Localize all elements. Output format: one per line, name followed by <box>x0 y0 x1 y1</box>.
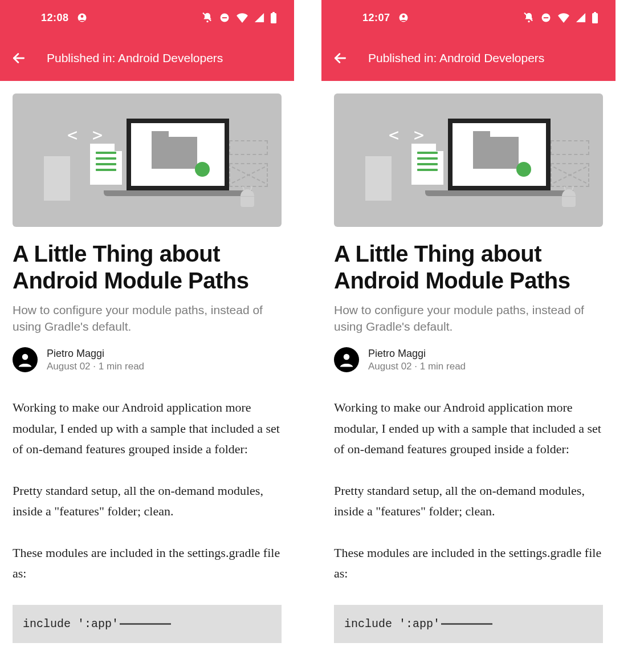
svg-rect-6 <box>271 13 276 23</box>
author-name[interactable]: Pietro Maggi <box>368 348 466 360</box>
svg-rect-14 <box>544 17 548 18</box>
dnd-icon <box>219 12 230 23</box>
article-title: A Little Thing about Android Module Path… <box>13 241 282 294</box>
svg-point-8 <box>22 354 28 360</box>
code-block: include ':app' <box>13 605 282 643</box>
code-block: include ':app' <box>334 605 603 643</box>
paragraph: Pretty standard setup, all the on-demand… <box>13 481 282 522</box>
paragraph: Working to make our Android application … <box>13 397 282 460</box>
wifi-icon <box>557 13 570 23</box>
svg-rect-5 <box>222 17 227 18</box>
back-icon[interactable] <box>11 51 26 66</box>
paragraph: These modules are included in the settin… <box>334 543 603 584</box>
hero-image: < > <box>334 93 603 227</box>
appbar-title[interactable]: Published in: Android Developers <box>368 51 544 65</box>
status-bar: 12:08 <box>0 0 294 35</box>
battery-icon <box>270 12 277 23</box>
article-meta: August 02 · 1 min read <box>47 361 144 372</box>
signal-icon <box>576 13 586 23</box>
byline: Pietro Maggi August 02 · 1 min read <box>13 347 282 372</box>
profile-status-icon <box>77 13 87 23</box>
back-icon[interactable] <box>333 51 348 66</box>
paragraph: These modules are included in the settin… <box>13 543 282 584</box>
bell-off-icon <box>202 12 213 23</box>
article-body: Working to make our Android application … <box>13 397 282 584</box>
paragraph: Working to make our Android application … <box>334 397 603 460</box>
status-time: 12:08 <box>41 12 69 24</box>
svg-rect-15 <box>592 13 598 23</box>
article-content[interactable]: A Little Thing about Android Module Path… <box>321 227 616 643</box>
svg-point-17 <box>344 354 350 360</box>
article-meta: August 02 · 1 min read <box>368 361 466 372</box>
dnd-icon <box>540 12 552 23</box>
article-title: A Little Thing about Android Module Path… <box>334 241 603 294</box>
author-avatar[interactable] <box>334 347 359 372</box>
svg-point-12 <box>528 21 529 22</box>
app-bar: Published in: Android Developers <box>321 35 616 81</box>
article-subtitle: How to configure your module paths, inst… <box>334 302 603 335</box>
app-bar: Published in: Android Developers <box>0 35 294 81</box>
byline: Pietro Maggi August 02 · 1 min read <box>334 347 603 372</box>
article-subtitle: How to configure your module paths, inst… <box>13 302 282 335</box>
code-text: include ':app' <box>344 617 440 631</box>
wifi-icon <box>236 13 248 23</box>
phone-screen-right: 12:07 Published in: <box>321 0 616 667</box>
svg-rect-7 <box>272 12 275 14</box>
status-bar: 12:07 <box>321 0 616 35</box>
appbar-title[interactable]: Published in: Android Developers <box>47 51 223 65</box>
status-time: 12:07 <box>362 12 390 24</box>
phone-screen-left: 12:08 Published in: <box>0 0 294 667</box>
paragraph: Pretty standard setup, all the on-demand… <box>334 481 603 522</box>
svg-point-3 <box>206 21 208 22</box>
hero-image: < > <box>13 93 282 227</box>
svg-point-1 <box>80 15 83 18</box>
signal-icon <box>254 13 264 23</box>
bell-off-icon <box>523 12 535 23</box>
profile-status-icon <box>398 13 409 23</box>
svg-point-10 <box>402 15 405 18</box>
battery-icon <box>592 12 598 23</box>
code-text: include ':app' <box>23 617 119 631</box>
author-avatar[interactable] <box>13 347 38 372</box>
article-body: Working to make our Android application … <box>334 397 603 584</box>
svg-rect-16 <box>594 12 596 14</box>
author-name[interactable]: Pietro Maggi <box>47 348 144 360</box>
article-content[interactable]: A Little Thing about Android Module Path… <box>0 227 294 643</box>
